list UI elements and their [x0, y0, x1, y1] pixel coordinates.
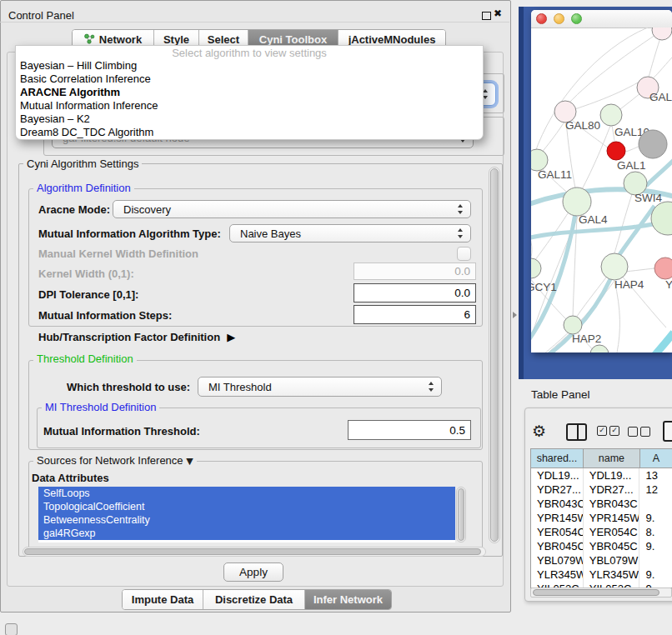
minimize-traffic-light[interactable] — [554, 13, 564, 24]
attribute-item[interactable]: BetweennessCentrality — [38, 513, 455, 527]
popup-item[interactable]: Bayesian – Hill Climbing — [16, 59, 483, 72]
which-threshold-combobox[interactable]: MI Threshold — [198, 377, 442, 397]
attributes-scrollbar[interactable] — [456, 487, 466, 542]
float-window-icon[interactable] — [482, 12, 491, 20]
table-cell: 9. — [639, 568, 672, 582]
kernel-width-label: Kernel Width (0,1): — [38, 268, 134, 280]
popup-item[interactable]: ARACNE Algorithm — [16, 86, 483, 99]
node-label: GAL4 — [579, 213, 608, 226]
table-cell: YLR345W — [584, 568, 640, 582]
select-all-columns-button[interactable]: ✓ ✓ — [597, 426, 619, 436]
mi-steps-field[interactable]: 6 — [354, 305, 476, 324]
tab-label: Network — [99, 33, 142, 46]
tab-infer-network[interactable]: Infer Network — [304, 590, 391, 609]
deselect-all-columns-button[interactable] — [628, 427, 650, 437]
node-label: GAL80 — [565, 119, 600, 132]
table-cell — [639, 553, 672, 568]
graph-node-y[interactable] — [654, 258, 672, 279]
window-title: Control Panel — [8, 9, 74, 22]
tab-discretize-data[interactable]: Discretize Data — [203, 590, 304, 609]
zoom-traffic-light[interactable] — [571, 13, 582, 24]
network-graph[interactable]: GALGAL80GAL10GAL1GAL11SWI4GAL4GCY1HAP4YH… — [531, 28, 672, 352]
apply-button[interactable]: Apply — [223, 562, 283, 582]
table-row[interactable]: YDR27...YDR27...12 — [531, 482, 672, 497]
columns-icon[interactable] — [566, 423, 587, 441]
manual-kernel-checkbox[interactable] — [457, 247, 471, 261]
tab-label: Discretize Data — [215, 593, 293, 606]
dpi-tolerance-field[interactable]: 0.0 — [354, 283, 476, 302]
checked-box-icon: ✓ — [609, 426, 619, 436]
node-attribute-table[interactable]: shared...nameA YDL19...YDL19...13YDR27..… — [530, 448, 672, 588]
popup-item[interactable]: Bayesian – K2 — [16, 112, 483, 126]
table-row[interactable]: YLR345WYLR345W9. — [531, 568, 672, 582]
data-attributes-label: Data Attributes — [32, 472, 109, 484]
node-label: SWI4 — [634, 192, 662, 204]
stepper-arrows-icon — [483, 89, 489, 99]
table-row[interactable]: YBR043CYBR043C — [531, 497, 672, 511]
splitpane-arrow-icon[interactable] — [513, 312, 517, 318]
network-window-titlebar[interactable] — [531, 10, 672, 28]
table-row[interactable]: YBL079WYBL079W — [531, 553, 672, 568]
dropdown-item-list: Bayesian – Hill ClimbingBasic Correlatio… — [16, 59, 483, 139]
data-attributes-list[interactable]: SelfLoopsTopologicalCoefficientBetweenne… — [38, 487, 455, 542]
table-cell: YPR145W — [531, 511, 584, 525]
table-cell: YER054C — [531, 525, 584, 539]
popup-item[interactable]: Basic Correlation Inference — [16, 72, 483, 86]
scrollbar-thumb[interactable] — [490, 168, 499, 542]
graph-node-gal1[interactable] — [607, 142, 625, 160]
settings-vertical-scrollbar[interactable] — [489, 167, 500, 543]
column-header[interactable]: A — [640, 449, 672, 468]
kernel-width-field[interactable]: 0.0 — [354, 262, 476, 280]
mi-type-combobox[interactable]: Naive Bayes — [229, 224, 471, 242]
table-row[interactable]: YDL19...YDL19...13 — [531, 468, 672, 482]
attribute-item[interactable]: gal4RGexp — [38, 527, 455, 540]
popup-item[interactable]: Mutual Information Inference — [16, 99, 483, 112]
graph-cyan-edge — [631, 332, 672, 352]
graph-node-hap2[interactable] — [564, 316, 582, 334]
gear-icon[interactable]: ⚙ — [532, 422, 546, 440]
graph-node-gal4[interactable] — [563, 188, 591, 216]
attribute-item[interactable]: TopologicalCoefficient — [38, 500, 455, 513]
table-cell: 13 — [639, 468, 672, 482]
column-header[interactable]: shared... — [531, 449, 584, 468]
scrollbar-thumb[interactable] — [458, 488, 464, 541]
graph-node[interactable] — [639, 130, 667, 158]
expand-arrow-icon: ▶ — [227, 331, 235, 343]
function-builder-icon[interactable] — [663, 421, 672, 442]
dpi-tolerance-label: DPI Tolerance [0,1]: — [38, 288, 138, 301]
table-cell: 9. — [639, 511, 672, 525]
scrollbar-thumb[interactable] — [533, 589, 659, 596]
column-header[interactable]: name — [584, 449, 640, 468]
aracne-mode-combobox[interactable]: Discovery — [113, 200, 471, 218]
graph-node[interactable] — [652, 28, 672, 40]
tab-label: Style — [163, 33, 189, 46]
mi-threshold-title: MI Threshold Definition — [42, 402, 159, 413]
graph-node[interactable] — [590, 345, 609, 352]
table-row[interactable]: YBR045CYBR045C9. — [531, 539, 672, 553]
graph-node-hap4[interactable] — [601, 253, 628, 280]
threshold-definition-title: Threshold Definition — [33, 353, 137, 365]
graph-thick-edges — [531, 159, 672, 352]
attribute-item[interactable]: SelfLoops — [38, 487, 455, 500]
minimized-panel-icon[interactable] — [5, 623, 18, 635]
table-row[interactable]: YPR145WYPR145W9. — [531, 511, 672, 525]
mi-steps-label: Mutual Information Steps: — [38, 309, 172, 322]
table-cell: 8. — [639, 525, 672, 539]
tab-impute-data[interactable]: Impute Data — [123, 590, 203, 609]
close-traffic-light[interactable] — [536, 13, 547, 24]
settings-group-title: Cyni Algorithm Settings — [23, 158, 142, 170]
mi-threshold-label: Mutual Information Threshold: — [43, 425, 200, 438]
graph-node-gal10[interactable] — [600, 104, 622, 126]
bottom-tab-bar: Impute DataDiscretize DataInfer Network — [122, 589, 392, 610]
mi-threshold-field[interactable]: 0.5 — [348, 420, 471, 440]
scrollbar-thumb[interactable] — [24, 548, 481, 555]
graph-node-gcy1[interactable] — [531, 258, 541, 278]
table-row[interactable]: YER054CYER054C8. — [531, 525, 672, 539]
popup-item[interactable]: Dream8 DC_TDC Algorithm — [16, 126, 483, 139]
node-label: Y — [665, 278, 672, 291]
hub-definition-toggle[interactable]: Hub/Transcription Factor Definition▶ — [38, 331, 235, 343]
sources-title[interactable]: Sources for Network Inference ▼ — [33, 455, 197, 468]
unchecked-box-icon — [640, 427, 650, 437]
stepper-arrows-icon — [429, 382, 434, 392]
close-icon[interactable]: ✖ — [494, 8, 502, 19]
